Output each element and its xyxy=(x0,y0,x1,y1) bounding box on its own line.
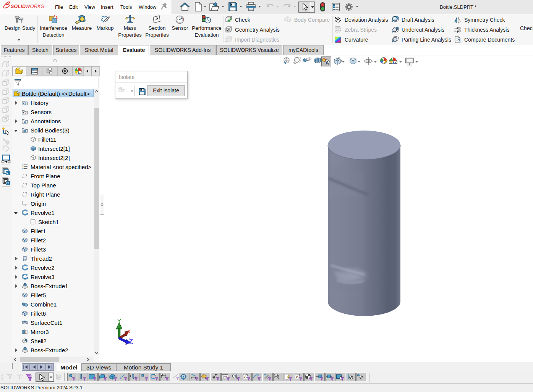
svg-text:A: A xyxy=(244,375,247,379)
svg-text:?: ? xyxy=(288,18,291,23)
svg-text:?: ? xyxy=(458,38,460,43)
svg-text:N: N xyxy=(234,374,236,378)
svg-text:A: A xyxy=(296,375,299,379)
svg-text:AT: AT xyxy=(275,375,279,377)
svg-text:A: A xyxy=(326,60,329,66)
